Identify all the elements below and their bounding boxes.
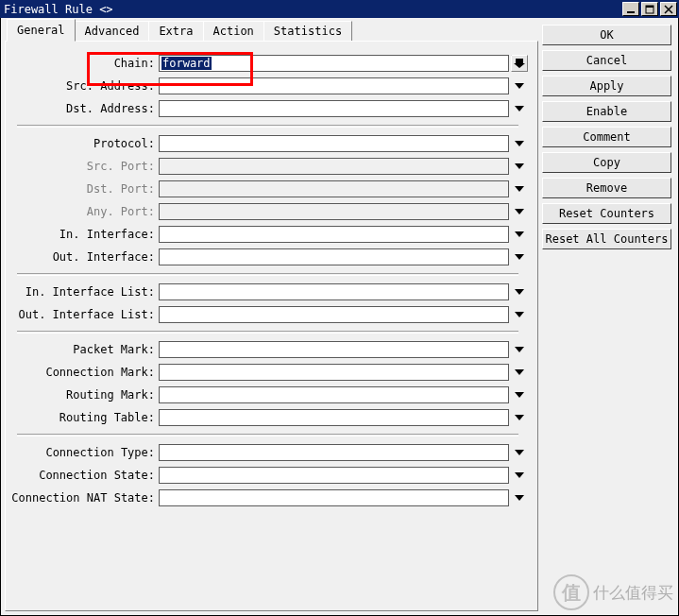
separator bbox=[17, 434, 518, 436]
window-title: Firewall Rule <> bbox=[4, 3, 620, 16]
input-dst-address[interactable] bbox=[159, 100, 509, 117]
copy-button[interactable]: Copy bbox=[542, 152, 671, 173]
input-connection-nat-state[interactable] bbox=[159, 489, 509, 506]
row-connection-state: Connection State: bbox=[6, 465, 528, 486]
tab-label: Advanced bbox=[85, 25, 140, 38]
label-any-port: Any. Port: bbox=[6, 205, 159, 218]
window-frame: General Advanced Extra Action Statistics… bbox=[0, 18, 679, 616]
row-dst-port: Dst. Port: bbox=[6, 179, 528, 199]
input-routing-table[interactable] bbox=[159, 409, 509, 426]
tab-statistics[interactable]: Statistics bbox=[263, 21, 352, 41]
expand-arrow-icon[interactable] bbox=[511, 226, 528, 243]
row-dst-address: Dst. Address: bbox=[6, 98, 528, 119]
label-connection-nat-state: Connection NAT State: bbox=[6, 491, 159, 505]
tab-advanced[interactable]: Advanced bbox=[75, 21, 150, 41]
title-bar: Firewall Rule <> bbox=[0, 0, 679, 18]
expand-arrow-icon[interactable] bbox=[511, 77, 528, 94]
close-button[interactable] bbox=[660, 2, 677, 16]
expand-arrow-icon bbox=[511, 158, 528, 175]
row-protocol: Protocol: bbox=[6, 133, 528, 154]
label-out-interface: Out. Interface: bbox=[6, 250, 159, 264]
input-connection-state[interactable] bbox=[159, 467, 509, 484]
expand-arrow-icon[interactable] bbox=[511, 409, 528, 426]
tab-label: Extra bbox=[159, 25, 193, 38]
row-connection-mark: Connection Mark: bbox=[6, 362, 528, 383]
tab-action[interactable]: Action bbox=[203, 21, 264, 41]
row-routing-table: Routing Table: bbox=[6, 407, 528, 428]
tab-label: Statistics bbox=[274, 25, 342, 38]
expand-arrow-icon[interactable] bbox=[511, 364, 528, 381]
tab-extra[interactable]: Extra bbox=[148, 21, 203, 41]
input-in-interface-list[interactable] bbox=[159, 283, 509, 300]
expand-arrow-icon[interactable] bbox=[511, 100, 528, 117]
label-connection-type: Connection Type: bbox=[6, 446, 159, 459]
apply-button[interactable]: Apply bbox=[542, 76, 671, 96]
input-connection-type[interactable] bbox=[159, 444, 509, 461]
label-dst-port: Dst. Port: bbox=[6, 182, 159, 196]
row-connection-type: Connection Type: bbox=[6, 442, 528, 463]
row-connection-nat-state: Connection NAT State: bbox=[6, 488, 528, 508]
right-pane: OK Cancel Apply Enable Comment Copy Remo… bbox=[542, 18, 678, 615]
minimize-button[interactable] bbox=[622, 2, 639, 16]
input-out-interface[interactable] bbox=[159, 248, 509, 265]
row-packet-mark: Packet Mark: bbox=[6, 339, 528, 360]
expand-arrow-icon[interactable] bbox=[511, 135, 528, 152]
label-src-port: Src. Port: bbox=[6, 160, 159, 173]
input-routing-mark[interactable] bbox=[159, 386, 509, 403]
tab-general[interactable]: General bbox=[7, 19, 76, 42]
expand-arrow-icon[interactable] bbox=[511, 248, 528, 265]
label-chain: Chain: bbox=[6, 57, 159, 70]
row-out-interface: Out. Interface: bbox=[6, 247, 528, 267]
comment-button[interactable]: Comment bbox=[542, 127, 671, 147]
input-chain[interactable]: forward bbox=[159, 55, 509, 72]
expand-arrow-icon[interactable] bbox=[511, 489, 528, 506]
remove-button[interactable]: Remove bbox=[542, 178, 671, 198]
reset-all-counters-button[interactable]: Reset All Counters bbox=[542, 229, 671, 249]
input-packet-mark[interactable] bbox=[159, 341, 509, 358]
label-protocol: Protocol: bbox=[6, 137, 159, 150]
reset-counters-button[interactable]: Reset Counters bbox=[542, 203, 671, 224]
expand-arrow-icon[interactable] bbox=[511, 467, 528, 484]
label-in-interface-list: In. Interface List: bbox=[6, 285, 159, 299]
cancel-button[interactable]: Cancel bbox=[542, 50, 671, 71]
input-connection-mark[interactable] bbox=[159, 364, 509, 381]
maximize-button[interactable] bbox=[641, 2, 658, 16]
row-any-port: Any. Port: bbox=[6, 201, 528, 222]
label-routing-table: Routing Table: bbox=[6, 411, 159, 424]
row-out-interface-list: Out. Interface List: bbox=[6, 304, 528, 325]
row-src-address: Src. Address: bbox=[6, 76, 528, 96]
label-src-address: Src. Address: bbox=[6, 79, 159, 93]
svg-rect-0 bbox=[627, 11, 635, 13]
separator bbox=[17, 331, 518, 334]
left-pane: General Advanced Extra Action Statistics… bbox=[1, 18, 542, 615]
label-connection-mark: Connection Mark: bbox=[6, 366, 159, 379]
input-dst-port bbox=[159, 180, 509, 197]
expand-arrow-icon bbox=[511, 203, 528, 220]
expand-arrow-icon[interactable] bbox=[511, 341, 528, 358]
expand-arrow-icon[interactable] bbox=[511, 283, 528, 300]
label-dst-address: Dst. Address: bbox=[6, 102, 159, 115]
label-in-interface: In. Interface: bbox=[6, 228, 159, 241]
row-src-port: Src. Port: bbox=[6, 156, 528, 177]
combo-arrow-icon[interactable] bbox=[511, 55, 528, 72]
input-chain-value: forward bbox=[161, 57, 212, 70]
tab-strip: General Advanced Extra Action Statistics bbox=[5, 22, 538, 41]
input-any-port bbox=[159, 203, 509, 220]
expand-arrow-icon[interactable] bbox=[511, 444, 528, 461]
input-out-interface-list[interactable] bbox=[159, 306, 509, 323]
ok-button[interactable]: OK bbox=[542, 25, 671, 45]
enable-button[interactable]: Enable bbox=[542, 101, 671, 122]
expand-arrow-icon[interactable] bbox=[511, 386, 528, 403]
row-chain: Chain: forward bbox=[6, 53, 528, 74]
tab-page-general: Chain: forward Src. Address: Dst. Addres… bbox=[5, 41, 538, 611]
tab-label: Action bbox=[213, 25, 254, 38]
separator bbox=[17, 273, 518, 276]
input-src-address[interactable] bbox=[159, 77, 509, 94]
separator bbox=[17, 125, 518, 128]
label-packet-mark: Packet Mark: bbox=[6, 343, 159, 356]
input-protocol[interactable] bbox=[159, 135, 509, 152]
expand-arrow-icon[interactable] bbox=[511, 306, 528, 323]
input-in-interface[interactable] bbox=[159, 226, 509, 243]
tab-label: General bbox=[17, 24, 65, 37]
input-src-port bbox=[159, 158, 509, 175]
